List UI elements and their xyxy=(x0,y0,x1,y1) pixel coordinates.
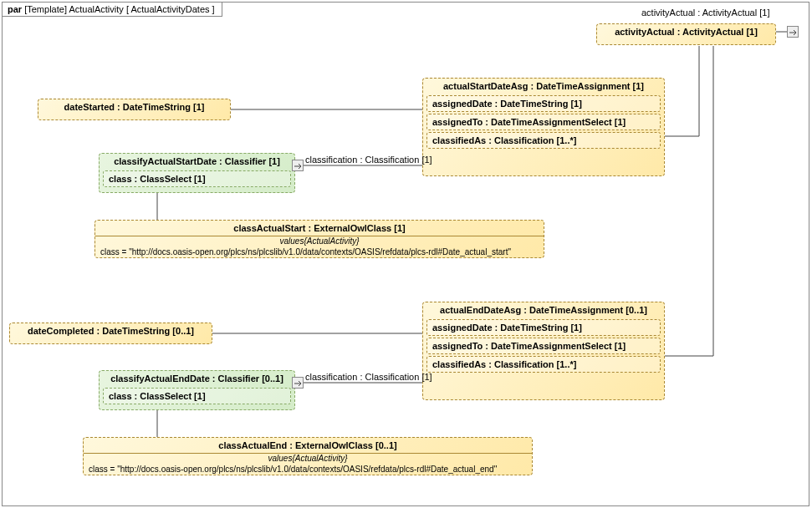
classify-end-title: classifyActualEndDate : Classifier [0..1… xyxy=(100,371,294,386)
activity-actual-box[interactable]: activityActual : ActivityActual [1] xyxy=(596,23,776,45)
start-assigned-date[interactable]: assignedDate : DateTimeString [1] xyxy=(426,95,661,112)
frame-kind: par xyxy=(8,4,22,14)
end-classified-as[interactable]: classifiedAs : Classification [1..*] xyxy=(426,356,661,373)
classify-end-class[interactable]: class : ClassSelect [1] xyxy=(103,388,291,404)
ext-end-value: class = "http://docs.oasis-open.org/plcs… xyxy=(84,463,532,475)
date-started-title: dateStarted : DateTimeString [1] xyxy=(38,99,230,114)
classification-label-2: classification : Classification [1] xyxy=(305,372,432,382)
classify-end-port[interactable] xyxy=(292,377,304,389)
classification-label-1: classification : Classification [1] xyxy=(305,155,432,165)
ext-start-title: classActualStart : ExternalOwlClass [1] xyxy=(95,221,544,236)
frame-detail: [ ActualActivityDates ] xyxy=(126,4,215,14)
date-started-box[interactable]: dateStarted : DateTimeString [1] xyxy=(38,99,231,120)
actual-start-asg-box[interactable]: actualStartDateAsg : DateTimeAssignment … xyxy=(422,78,665,176)
ext-end-box[interactable]: classActualEnd : ExternalOwlClass [0..1]… xyxy=(83,437,533,475)
ext-start-value: class = "http://docs.oasis-open.org/plcs… xyxy=(95,246,544,258)
classify-start-class[interactable]: class : ClassSelect [1] xyxy=(103,170,291,187)
frame-stereo: [Template] xyxy=(24,4,67,14)
end-assigned-date[interactable]: assignedDate : DateTimeString [1] xyxy=(426,319,661,336)
frame-name: ActualActivity xyxy=(69,4,123,14)
actual-start-asg-title: actualStartDateAsg : DateTimeAssignment … xyxy=(423,79,664,94)
activity-actual-title: activityActual : ActivityActual [1] xyxy=(597,24,775,39)
date-completed-box[interactable]: dateCompleted : DateTimeString [0..1] xyxy=(9,323,212,344)
date-completed-title: dateCompleted : DateTimeString [0..1] xyxy=(10,323,212,338)
activity-actual-port[interactable] xyxy=(787,26,799,38)
start-assigned-to[interactable]: assignedTo : DateTimeAssignmentSelect [1… xyxy=(426,114,661,130)
end-assigned-to[interactable]: assignedTo : DateTimeAssignmentSelect [1… xyxy=(426,338,661,354)
frame-tab: par [Template] ActualActivity [ ActualAc… xyxy=(2,2,222,17)
ext-end-subtitle: values{ActualActivity} xyxy=(84,454,532,463)
ext-start-box[interactable]: classActualStart : ExternalOwlClass [1] … xyxy=(94,220,544,258)
actual-end-asg-box[interactable]: actualEndDateAsg : DateTimeAssignment [0… xyxy=(422,302,665,400)
classify-end-box[interactable]: classifyActualEndDate : Classifier [0..1… xyxy=(99,370,295,410)
classify-start-port[interactable] xyxy=(292,160,304,171)
classify-start-title: classifyActualStartDate : Classifier [1] xyxy=(100,154,294,169)
start-classified-as[interactable]: classifiedAs : Classification [1..*] xyxy=(426,132,661,149)
ext-end-title: classActualEnd : ExternalOwlClass [0..1] xyxy=(84,438,532,454)
actual-end-asg-title: actualEndDateAsg : DateTimeAssignment [0… xyxy=(423,302,664,318)
classify-start-box[interactable]: classifyActualStartDate : Classifier [1]… xyxy=(99,153,295,193)
activity-actual-port-label: activityActual : ActivityActual [1] xyxy=(641,8,769,18)
diagram-frame: par [Template] ActualActivity [ ActualAc… xyxy=(2,2,809,506)
ext-start-subtitle: values{ActualActivity} xyxy=(95,236,544,246)
